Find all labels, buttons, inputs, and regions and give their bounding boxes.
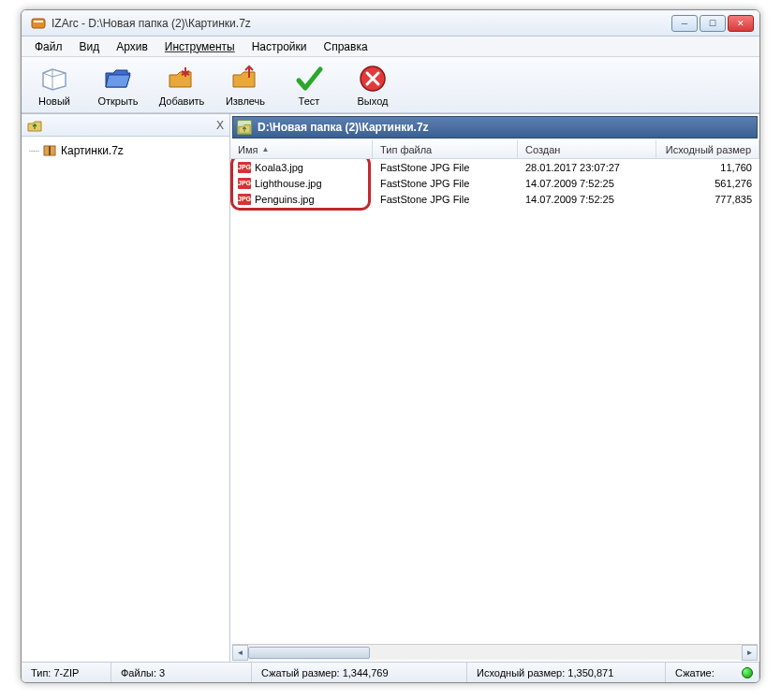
archive-icon <box>42 143 57 158</box>
titlebar[interactable]: IZArc - D:\Новая папка (2)\Картинки.7z ─… <box>22 10 759 36</box>
window: IZArc - D:\Новая папка (2)\Картинки.7z ─… <box>21 9 760 683</box>
horizontal-scrollbar[interactable]: ◄ ► <box>232 644 758 660</box>
maximize-button[interactable]: ☐ <box>700 15 726 32</box>
path-bar: D:\Новая папка (2)\Картинки.7z <box>232 116 758 139</box>
column-type[interactable]: Тип файла <box>373 140 518 158</box>
tree-close-button[interactable]: X <box>216 119 224 132</box>
menu-settings[interactable]: Настройки <box>244 38 315 55</box>
list-row[interactable]: JPGKoala3.jpg FastStone JPG File 28.01.2… <box>230 159 759 175</box>
jpg-icon: JPG <box>238 162 251 173</box>
list-row[interactable]: JPGLighthouse.jpg FastStone JPG File 14.… <box>230 175 759 191</box>
path-up-icon[interactable] <box>237 120 252 135</box>
file-type: FastStone JPG File <box>373 194 518 205</box>
toolbar-add-label: Добавить <box>159 95 205 107</box>
file-size: 11,760 <box>656 162 759 173</box>
scroll-thumb[interactable] <box>248 647 370 659</box>
tree-body[interactable]: ┈┈ Картинки.7z <box>22 137 229 662</box>
status-files: Файлы: 3 <box>111 663 252 682</box>
sort-asc-icon: ▲ <box>261 145 269 153</box>
toolbar-open-label: Открыть <box>97 95 138 107</box>
tree-panel: X ┈┈ Картинки.7z <box>22 114 230 662</box>
list-body[interactable]: JPGKoala3.jpg FastStone JPG File 28.01.2… <box>230 159 759 644</box>
toolbar-add[interactable]: Добавить <box>155 64 209 107</box>
tree-root-label: Картинки.7z <box>61 144 124 157</box>
menu-view[interactable]: Вид <box>72 38 108 55</box>
content-panel: D:\Новая папка (2)\Картинки.7z Имя▲ Тип … <box>230 114 759 662</box>
menu-file[interactable]: Файл <box>27 38 70 55</box>
toolbar-new-label: Новый <box>38 95 70 107</box>
menu-help[interactable]: Справка <box>317 38 376 55</box>
toolbar-new[interactable]: Новый <box>27 64 81 107</box>
app-icon <box>31 16 46 31</box>
exit-icon <box>358 64 388 94</box>
toolbar-test[interactable]: Тест <box>282 64 336 107</box>
svg-rect-0 <box>32 19 45 28</box>
tree-header: X <box>22 114 229 137</box>
extract-icon <box>230 64 260 94</box>
file-size: 561,276 <box>656 178 759 189</box>
column-created[interactable]: Создан <box>518 140 656 158</box>
scroll-right-icon[interactable]: ► <box>742 645 758 661</box>
toolbar-open[interactable]: Открыть <box>91 64 145 107</box>
menubar: Файл Вид Архив Инструменты Настройки Спр… <box>22 36 759 57</box>
tree-branch-icon: ┈┈ <box>29 146 38 156</box>
toolbar-exit[interactable]: Выход <box>346 64 400 107</box>
status-type: Тип: 7-ZIP <box>22 663 111 682</box>
jpg-icon: JPG <box>238 178 251 189</box>
menu-tools[interactable]: Инструменты <box>157 38 243 55</box>
add-icon <box>167 64 197 94</box>
toolbar: Новый Открыть Добавить Извлечь Тест Выхо… <box>22 57 759 113</box>
list-header: Имя▲ Тип файла Создан Исходный размер <box>230 140 759 159</box>
file-created: 28.01.2017 23:07:27 <box>518 162 656 173</box>
toolbar-extract[interactable]: Извлечь <box>218 64 273 107</box>
close-button[interactable]: ✕ <box>728 15 754 32</box>
scroll-left-icon[interactable]: ◄ <box>232 645 248 661</box>
open-icon <box>103 64 133 94</box>
toolbar-extract-label: Извлечь <box>226 95 265 107</box>
new-icon <box>39 64 69 94</box>
tree-root-node[interactable]: ┈┈ Картинки.7z <box>29 142 222 159</box>
path-text: D:\Новая папка (2)\Картинки.7z <box>258 121 429 134</box>
toolbar-test-label: Тест <box>299 95 320 107</box>
status-ratio: Сжатие: <box>666 663 759 682</box>
svg-rect-4 <box>49 146 51 155</box>
file-created: 14.07.2009 7:52:25 <box>518 178 656 189</box>
status-led-icon <box>742 667 753 678</box>
up-folder-icon[interactable] <box>27 118 42 133</box>
window-title: IZArc - D:\Новая папка (2)\Картинки.7z <box>52 17 671 30</box>
menu-archive[interactable]: Архив <box>109 38 155 55</box>
status-packed: Сжатый размер: 1,344,769 <box>252 663 467 682</box>
statusbar: Тип: 7-ZIP Файлы: 3 Сжатый размер: 1,344… <box>22 662 759 682</box>
column-size[interactable]: Исходный размер <box>656 140 759 158</box>
file-type: FastStone JPG File <box>373 178 518 189</box>
list-row[interactable]: JPGPenguins.jpg FastStone JPG File 14.07… <box>230 191 759 207</box>
file-created: 14.07.2009 7:52:25 <box>518 194 656 205</box>
file-name: Penguins.jpg <box>255 194 315 205</box>
status-original: Исходный размер: 1,350,871 <box>467 663 666 682</box>
body-area: X ┈┈ Картинки.7z D:\Новая папка (2)\Карт… <box>22 113 759 662</box>
column-name[interactable]: Имя▲ <box>230 140 373 158</box>
test-icon <box>294 64 324 94</box>
file-name: Lighthouse.jpg <box>255 178 322 189</box>
file-type: FastStone JPG File <box>373 162 518 173</box>
minimize-button[interactable]: ─ <box>671 15 698 32</box>
svg-rect-1 <box>34 21 43 22</box>
toolbar-exit-label: Выход <box>358 95 389 107</box>
file-name: Koala3.jpg <box>255 162 303 173</box>
jpg-icon: JPG <box>238 194 251 205</box>
file-size: 777,835 <box>656 194 759 205</box>
